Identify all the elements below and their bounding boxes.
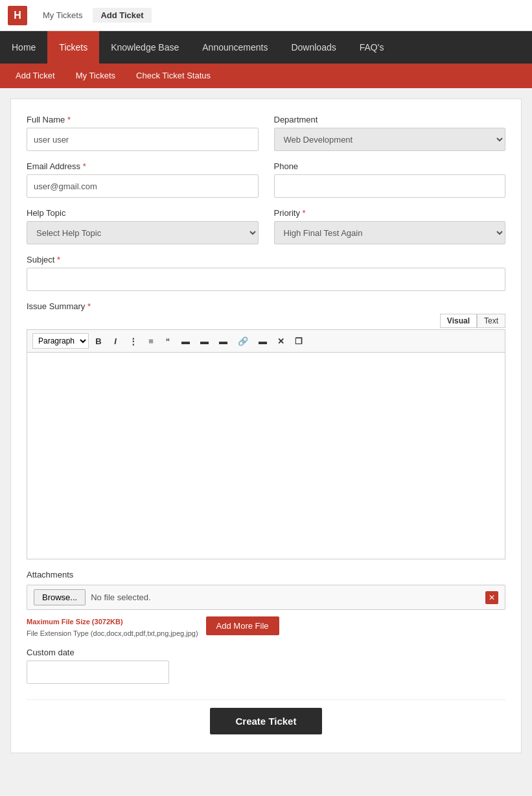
nav-home[interactable]: Home [0, 31, 47, 64]
file-size-info: Maximum File Size (3072KB) [27, 618, 198, 626]
form-row-name-dept: Full Name * Department Web Development S… [27, 115, 505, 151]
nav-bar: Home Tickets Knowledge Base Announcement… [0, 31, 532, 64]
subject-input[interactable] [27, 268, 505, 291]
fullname-label: Full Name * [27, 115, 259, 124]
table-button[interactable]: ❐ [291, 334, 306, 348]
file-name-display: No file selected. [91, 592, 480, 602]
paragraph-select[interactable]: Paragraph [32, 333, 89, 349]
form-row-email-phone: Email Address * Phone [27, 161, 505, 198]
subject-label: Subject * [27, 255, 505, 264]
attachments-section: Attachments Browse... No file selected. … [27, 570, 505, 637]
form-group-phone: Phone [274, 161, 506, 198]
form-group-subject: Subject * [27, 255, 505, 291]
create-ticket-button[interactable]: Create Ticket [210, 708, 323, 734]
sub-nav-check-ticket-status[interactable]: Check Ticket Status [126, 64, 221, 88]
align-left-button[interactable]: ▬ [178, 334, 194, 348]
align-right-button[interactable]: ▬ [215, 334, 231, 348]
issue-summary-required: * [87, 301, 91, 311]
issue-summary-label: Issue Summary * [27, 301, 505, 311]
priority-required: * [303, 208, 306, 218]
helptopic-select[interactable]: Select Help Topic General Inquiry Techni… [27, 221, 259, 244]
sub-nav-my-tickets[interactable]: My Tickets [65, 64, 126, 88]
hr-button[interactable]: ▬ [255, 334, 271, 348]
bold-button[interactable]: B [91, 334, 106, 348]
department-label: Department [274, 115, 506, 124]
unordered-list-button[interactable]: ⋮ [125, 334, 141, 348]
editor-toolbar: Paragraph B I ⋮ ≡ “ ▬ ▬ ▬ 🔗 ▬ ✕ ❐ [27, 329, 505, 352]
email-input[interactable] [27, 174, 259, 198]
phone-label: Phone [274, 161, 506, 171]
nav-announcements[interactable]: Announcements [191, 31, 279, 64]
form-group-email: Email Address * [27, 161, 259, 198]
sub-nav-add-ticket[interactable]: Add Ticket [5, 64, 65, 88]
issue-summary-section: Issue Summary * Visual Text Paragraph B … [27, 301, 505, 559]
italic-button[interactable]: I [108, 334, 122, 348]
link-button[interactable]: 🔗 [234, 334, 252, 348]
custom-date-label: Custom date [27, 648, 505, 657]
attachments-label: Attachments [27, 570, 505, 579]
fullscreen-button[interactable]: ✕ [273, 334, 288, 348]
visual-tab[interactable]: Visual [440, 314, 477, 328]
max-file-size: Maximum File Size (3072KB) [27, 618, 123, 626]
form-group-fullname: Full Name * [27, 115, 259, 151]
sub-nav-bar: Add Ticket My Tickets Check Ticket Statu… [0, 64, 532, 88]
text-tab[interactable]: Text [477, 314, 505, 328]
custom-date-input[interactable] [27, 661, 169, 684]
file-input-row: Browse... No file selected. ✕ [27, 585, 505, 610]
top-bar-tabs: My Tickets Add Ticket [35, 8, 152, 23]
file-info: Maximum File Size (3072KB) File Extensio… [27, 614, 198, 637]
nav-tickets[interactable]: Tickets [47, 31, 99, 64]
form-group-priority: Priority * High Final Test Again Low Med… [274, 208, 506, 244]
editor-area[interactable] [27, 352, 505, 559]
email-label: Email Address * [27, 161, 259, 171]
blockquote-button[interactable]: “ [161, 334, 175, 348]
phone-input[interactable] [274, 174, 506, 198]
top-bar-tab-my-tickets[interactable]: My Tickets [35, 8, 90, 23]
file-info-row: Maximum File Size (3072KB) File Extensio… [27, 614, 505, 637]
logo: H [8, 6, 27, 25]
form-footer: Create Ticket [27, 699, 505, 737]
custom-date-section: Custom date [27, 648, 505, 684]
subject-required: * [57, 255, 60, 264]
helptopic-label: Help Topic [27, 208, 259, 218]
nav-knowledge-base[interactable]: Knowledge Base [99, 31, 191, 64]
priority-label: Priority * [274, 208, 506, 218]
fullname-input[interactable] [27, 128, 259, 151]
nav-faqs[interactable]: FAQ's [348, 31, 396, 64]
top-bar-tab-add-ticket[interactable]: Add Ticket [93, 8, 151, 23]
form-row-topic-priority: Help Topic Select Help Topic General Inq… [27, 208, 505, 244]
priority-select[interactable]: High Final Test Again Low Medium High Cr… [274, 221, 506, 244]
editor-toggle: Visual Text [27, 314, 505, 328]
main-content: Full Name * Department Web Development S… [10, 99, 522, 753]
top-bar: H My Tickets Add Ticket [0, 0, 532, 31]
department-select[interactable]: Web Development Support Sales Billing [274, 128, 506, 151]
file-clear-button[interactable]: ✕ [485, 591, 498, 604]
nav-downloads[interactable]: Downloads [279, 31, 347, 64]
file-ext-info: File Extension Type (doc,docx,odt,pdf,tx… [27, 629, 198, 637]
add-more-file-button[interactable]: Add More File [206, 616, 279, 635]
align-center-button[interactable]: ▬ [196, 334, 213, 348]
email-required: * [83, 161, 86, 171]
form-group-department: Department Web Development Support Sales… [274, 115, 506, 151]
browse-button[interactable]: Browse... [34, 589, 86, 605]
form-group-helptopic: Help Topic Select Help Topic General Inq… [27, 208, 259, 244]
fullname-required: * [67, 115, 71, 124]
ordered-list-button[interactable]: ≡ [144, 334, 158, 348]
